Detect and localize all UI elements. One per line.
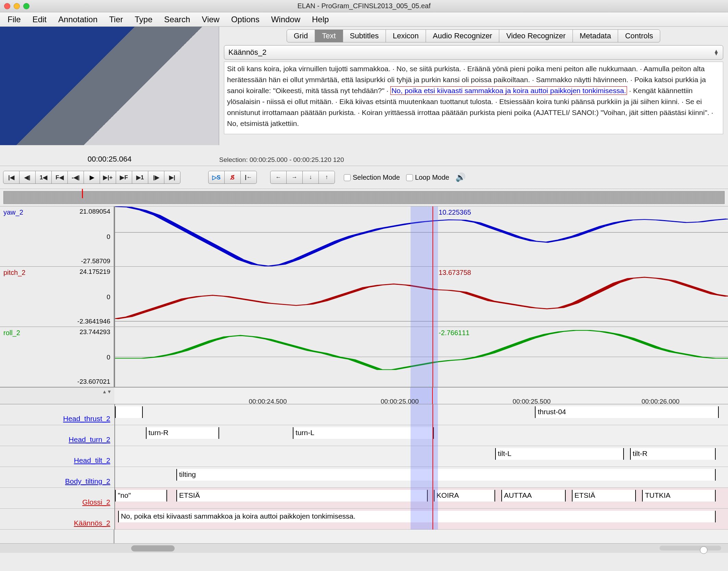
tab-subtitles[interactable]: Subtitles (343, 29, 386, 42)
tier-label-Käännös_2[interactable]: Käännös_2 (74, 519, 110, 527)
signal-graph-roll_2[interactable]: -2.766111 (115, 327, 728, 387)
tier-header-corner: ▲▼ (0, 387, 114, 404)
sel-play-button-2[interactable]: |← (240, 171, 257, 184)
menu-view[interactable]: View (202, 15, 219, 24)
close-window-button[interactable] (4, 3, 10, 9)
tier-label-Body_tilting_2[interactable]: Body_tilting_2 (65, 477, 110, 485)
signal-graph-yaw_2[interactable]: 10.225365 (115, 206, 728, 267)
annotation-tiers: Head_thrust_2Head_turn_2Head_tilt_2Body_… (0, 404, 728, 530)
transcript-highlight[interactable]: No, poika etsi kiivaasti sammakkoa ja ko… (390, 86, 627, 95)
view-tabs: GridTextSubtitlesLexiconAudio Recognizer… (219, 29, 728, 42)
annotation[interactable]: tilt-L (495, 448, 624, 460)
minimize-window-button[interactable] (14, 3, 20, 9)
playback-button-1[interactable]: ◀| (19, 171, 36, 184)
playback-button-5[interactable]: ▶ (84, 171, 100, 184)
nudge-button-0[interactable]: ← (270, 171, 287, 184)
tier-selection-region (411, 404, 438, 530)
signal-cursor-value: 13.673758 (439, 269, 471, 277)
video-frame-placeholder (0, 27, 219, 145)
playback-button-9[interactable]: |▶ (148, 171, 164, 184)
checkbox-icon (344, 174, 351, 181)
menu-search[interactable]: Search (164, 15, 190, 24)
annotation[interactable] (115, 406, 143, 418)
annotation[interactable]: tilt-R (630, 448, 716, 460)
annotation[interactable]: tilting (176, 469, 716, 481)
annotation[interactable]: turn-R (146, 427, 219, 439)
tab-text[interactable]: Text (315, 29, 343, 42)
selection-play-buttons: ▷SS̸|← (209, 171, 257, 184)
tab-metadata[interactable]: Metadata (573, 29, 618, 42)
video-preview[interactable] (0, 27, 219, 145)
menu-type[interactable]: Type (135, 15, 152, 24)
tab-grid[interactable]: Grid (287, 29, 315, 42)
annotation[interactable]: thrust-04 (535, 406, 719, 418)
signal-graph-pitch_2[interactable]: 13.673758 (115, 267, 728, 327)
signal-max: 23.744293 (79, 328, 110, 336)
nudge-buttons: ←→↓↑ (271, 171, 335, 184)
signal-zero: 0 (106, 233, 110, 241)
ruler-playhead (432, 388, 433, 404)
loop-mode-toggle[interactable]: Loop Mode (406, 174, 449, 181)
zoom-slider-thumb[interactable] (700, 546, 707, 554)
annotation[interactable]: AUTTAA (501, 490, 566, 502)
menu-help[interactable]: Help (312, 15, 329, 24)
menu-options[interactable]: Options (231, 15, 260, 24)
playback-button-8[interactable]: ▶1 (132, 171, 148, 184)
tier-select-value: Käännös_2 (228, 48, 266, 57)
playback-button-0[interactable]: |◀ (3, 171, 20, 184)
selection-mode-toggle[interactable]: Selection Mode (344, 174, 400, 181)
transcript-text-view[interactable]: Sit oli kans koira, joka virnuillen tuij… (224, 62, 723, 134)
sel-play-button-1[interactable]: S̸ (224, 171, 241, 184)
signal-min: -23.607021 (77, 378, 110, 385)
scrollbar-thumb[interactable] (131, 545, 175, 551)
annotation[interactable]: ETSIÄ (572, 490, 636, 502)
playback-button-7[interactable]: ▶F (116, 171, 132, 184)
tab-controls[interactable]: Controls (618, 29, 660, 42)
signal-name-yaw_2[interactable]: yaw_2 (3, 208, 23, 216)
tier-select-dropdown[interactable]: Käännös_2 ▲▼ (224, 45, 723, 60)
zoom-slider[interactable] (660, 546, 721, 550)
menu-tier[interactable]: Tier (109, 15, 123, 24)
playback-button-10[interactable]: ▶| (164, 171, 180, 184)
zoom-window-button[interactable] (23, 3, 29, 9)
menu-annotation[interactable]: Annotation (58, 15, 98, 24)
overview-timeline[interactable]: ⎮ (3, 191, 725, 204)
collapse-icon[interactable]: ▲▼ (102, 389, 112, 394)
tier-label-Glossi_2[interactable]: Glossi_2 (82, 498, 110, 506)
tier-label-Head_turn_2[interactable]: Head_turn_2 (69, 435, 110, 444)
playback-button-6[interactable]: ▶|+ (100, 171, 116, 184)
window-title: ELAN - ProGram_CFINSL2013_005_05.eaf (297, 2, 430, 10)
menubar: FileEditAnnotationTierTypeSearchViewOpti… (0, 12, 728, 27)
nudge-button-1[interactable]: → (286, 171, 303, 184)
playback-button-3[interactable]: F◀ (51, 171, 68, 184)
horizontal-scrollbar[interactable] (0, 543, 728, 553)
annotation[interactable]: TUTKIA (642, 490, 716, 502)
annotation[interactable]: KOIRA (434, 490, 495, 502)
menu-edit[interactable]: Edit (33, 15, 47, 24)
menu-window[interactable]: Window (271, 15, 300, 24)
signal-max: 24.175219 (79, 268, 110, 276)
signal-min: -2.3641946 (77, 318, 110, 325)
checkbox-icon (406, 174, 413, 181)
signal-waveform-panel: yaw_2 21.089054 0 -27.58709pitch_2 24.17… (0, 206, 728, 387)
signal-playhead[interactable] (432, 206, 433, 387)
tier-label-Head_thrust_2[interactable]: Head_thrust_2 (63, 415, 110, 423)
menu-file[interactable]: File (8, 15, 21, 24)
playback-button-2[interactable]: 1◀ (35, 171, 52, 184)
tab-video-recognizer[interactable]: Video Recognizer (499, 29, 573, 42)
overview-playhead-icon: ⎮ (80, 189, 84, 198)
selection-time-label: Selection: 00:00:25.000 - 00:00:25.120 1… (219, 156, 728, 164)
annotation[interactable]: "no" (115, 490, 167, 502)
tab-audio-recognizer[interactable]: Audio Recognizer (426, 29, 500, 42)
tab-lexicon[interactable]: Lexicon (386, 29, 426, 42)
nudge-button-3[interactable]: ↑ (318, 171, 335, 184)
playback-button-4[interactable]: -◀| (67, 171, 84, 184)
speaker-icon[interactable]: 🔊 (455, 173, 466, 182)
signal-name-roll_2[interactable]: roll_2 (3, 329, 20, 337)
nudge-button-2[interactable]: ↓ (302, 171, 319, 184)
sel-play-button-0[interactable]: ▷S (208, 171, 225, 184)
time-ruler[interactable]: 00:00:24.50000:00:25.00000:00:25.50000:0… (114, 387, 728, 404)
signal-name-pitch_2[interactable]: pitch_2 (3, 269, 26, 277)
tier-label-Head_tilt_2[interactable]: Head_tilt_2 (74, 456, 110, 465)
annotation[interactable]: ETSIÄ (176, 490, 428, 502)
